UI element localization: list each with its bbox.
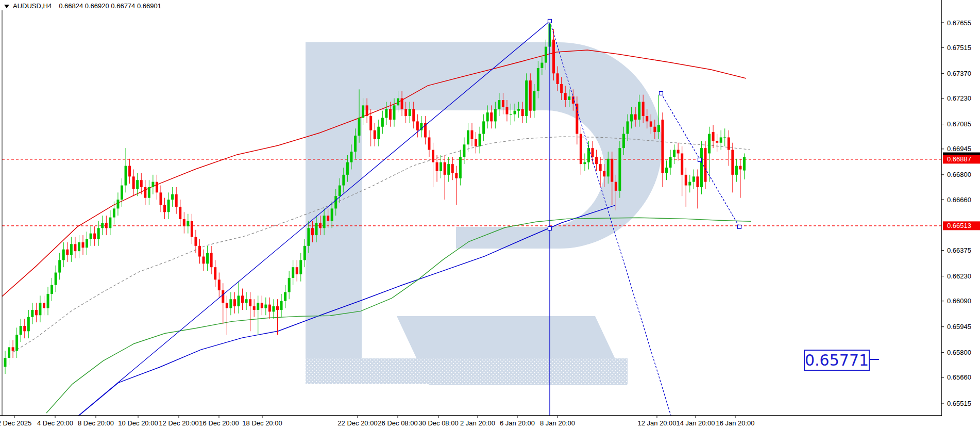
candle-body <box>264 305 267 308</box>
candle-body <box>720 137 722 142</box>
candle-body <box>685 175 687 186</box>
candle-body <box>389 109 392 120</box>
candle-body <box>661 120 664 173</box>
x-axis-tick-label: 26 Dec 08:00 <box>378 419 417 427</box>
candle-body <box>229 299 232 308</box>
candle-body <box>288 278 291 292</box>
candle-body <box>342 175 345 186</box>
svg-text:0.66887: 0.66887 <box>947 155 971 163</box>
price-text-label[interactable]: 0.65771 <box>804 350 870 371</box>
candle-body <box>175 194 178 207</box>
candle-body <box>66 250 69 255</box>
candle-body <box>385 109 387 118</box>
candle-body <box>677 150 680 154</box>
candle-body <box>116 200 119 208</box>
candle-body <box>650 121 652 126</box>
candle-body <box>90 234 92 239</box>
candle-body <box>132 176 135 189</box>
y-axis-tick-label: 0.67370 <box>947 70 971 77</box>
candle-body <box>514 111 516 114</box>
candle-body <box>712 132 715 141</box>
candle-body <box>540 63 543 68</box>
candle-body <box>284 292 286 301</box>
candle-body <box>62 250 65 260</box>
x-axis-tick-label: 6 Jan 20:00 <box>500 419 535 427</box>
candle-body <box>261 303 263 308</box>
candle-body <box>218 279 221 290</box>
candle-body <box>299 260 302 274</box>
y-axis-tick-label: 0.66800 <box>947 171 971 178</box>
candle-body <box>257 303 259 310</box>
y-axis-tick-label: 0.66090 <box>947 297 971 305</box>
ohlc-values: 0.66824 0.66920 0.66774 0.66901 <box>59 2 161 10</box>
candle-body <box>276 306 279 310</box>
candle-body <box>125 166 127 186</box>
candle-body <box>409 109 411 116</box>
candle-body <box>12 347 14 351</box>
candle-body <box>607 159 610 176</box>
trendline-handle[interactable] <box>548 227 552 231</box>
candle-body <box>113 208 115 217</box>
candle-body <box>688 182 691 186</box>
candle-body <box>311 228 314 235</box>
candle-body <box>646 116 648 121</box>
candle-body <box>39 303 41 315</box>
candle-body <box>467 130 469 145</box>
candle-body <box>160 192 162 205</box>
plot-area[interactable] <box>0 19 941 427</box>
candle-body <box>657 125 660 132</box>
trendline-handle[interactable] <box>548 19 552 23</box>
candle-body <box>339 186 341 196</box>
symbol-dropdown-icon[interactable] <box>4 5 9 8</box>
candle-body <box>323 216 326 228</box>
candle-body <box>615 182 617 191</box>
candle-body <box>583 162 586 164</box>
candle-body <box>642 102 645 116</box>
candle-body <box>70 244 73 255</box>
candle-body <box>144 187 146 198</box>
candle-body <box>482 121 485 134</box>
candle-body <box>296 267 298 274</box>
x-axis-tick-label: 2 Dec 2025 <box>0 419 31 427</box>
candle-body <box>580 134 582 164</box>
candle-body <box>673 150 675 157</box>
candle-body <box>4 358 7 367</box>
candle-body <box>331 208 333 221</box>
x-axis-tick-label: 30 Dec 08:00 <box>418 419 458 427</box>
x-axis-tick-label: 22 Dec 20:00 <box>337 419 377 427</box>
candle-body <box>346 162 349 175</box>
candle-body <box>97 228 100 239</box>
candle-body <box>552 40 555 74</box>
trendline-handle[interactable] <box>660 91 663 95</box>
chart-window: 0.676550.675150.673700.672300.670850.669… <box>0 0 980 428</box>
candle-body <box>109 218 111 228</box>
candle-body <box>148 187 150 198</box>
candle-body <box>140 180 143 187</box>
y-axis-tick-label: 0.67230 <box>947 94 971 102</box>
candle-body <box>669 157 672 168</box>
candle-body <box>447 164 450 175</box>
candle-body <box>692 176 695 182</box>
candle-body <box>595 157 598 164</box>
candle-body <box>412 109 415 121</box>
candle-body <box>82 242 85 248</box>
candle-body <box>502 100 504 107</box>
x-axis-tick-label: 12 Jan 20:00 <box>637 419 676 427</box>
candle-body <box>136 180 139 189</box>
candle-body <box>627 121 629 134</box>
candle-body <box>27 317 30 332</box>
x-axis-tick-label: 12 Dec 20:00 <box>159 419 198 427</box>
candle-body <box>432 150 434 162</box>
candle-body <box>486 112 489 121</box>
trendline-handle[interactable] <box>738 225 741 228</box>
trendline-handle[interactable] <box>698 158 702 161</box>
candle-body <box>739 166 741 170</box>
candle-body <box>78 242 80 251</box>
candle-body <box>210 253 213 268</box>
candle-body <box>638 102 640 119</box>
candle-body <box>128 166 131 177</box>
candle-body <box>716 141 718 142</box>
y-axis-tick-label: 0.66230 <box>947 272 971 280</box>
candle-body <box>634 114 637 120</box>
candle-body <box>428 137 430 150</box>
